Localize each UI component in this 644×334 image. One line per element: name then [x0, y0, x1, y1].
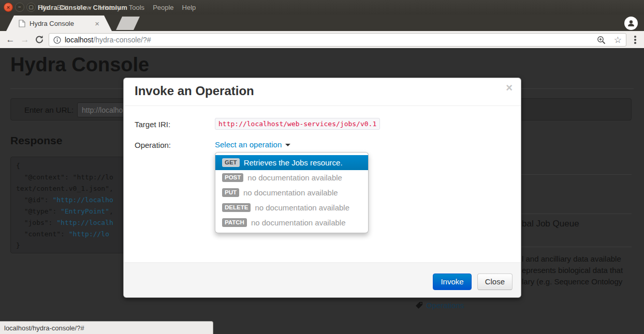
url-entry-label: Enter an URL: [24, 105, 74, 114]
response-json-text: "@id": [16, 196, 52, 204]
url-host: localhost [65, 36, 93, 44]
response-json-text: } [16, 241, 20, 249]
response-json-text: "@type": [16, 207, 61, 215]
response-json-text: "content": [16, 230, 69, 238]
back-button[interactable]: ← [3, 35, 18, 45]
operation-select-toggle[interactable]: Select an operation [215, 140, 290, 149]
method-badge-post: POST [222, 173, 243, 183]
url-path: /hydra-console/?# [93, 36, 151, 44]
operation-doc-text: no documentation available [243, 188, 338, 197]
response-iri-link[interactable]: "http://lo [69, 230, 109, 238]
reload-button[interactable] [32, 35, 47, 44]
doc-description-line: epresents biological data that [522, 265, 623, 276]
status-bar-url: localhost/hydra-console/?# [4, 324, 84, 332]
window-maximize-button[interactable]: ▢ [26, 3, 36, 12]
close-button[interactable]: Close [477, 274, 513, 290]
zoom-icon[interactable] [597, 36, 606, 44]
operation-label: Operation: [135, 141, 171, 149]
response-iri-link[interactable]: "http://localho [52, 196, 113, 204]
browser-window: × − ▢ FileEditViewHistoryToolsPeopleHelp… [0, 0, 644, 334]
response-json-text: "@context": "http://lo [16, 173, 113, 181]
operations-link-label: Operations [426, 301, 464, 310]
status-bar: localhost/hydra-console/?# [0, 321, 213, 334]
response-iri-link[interactable]: "http://localh [56, 219, 113, 226]
tab-title: Hydra Console [30, 20, 74, 27]
method-badge-get: GET [222, 158, 240, 168]
modal-title: Invoke an Operation [135, 84, 254, 98]
modal-body: Target IRI: http://localhost/web-service… [124, 106, 521, 263]
operations-link[interactable]: Operations [415, 301, 464, 310]
response-json-text: { [16, 162, 20, 170]
response-json-text: text/content.v0_1.json", [16, 185, 113, 192]
invoke-operation-modal: Invoke an Operation × Target IRI: http:/… [123, 78, 521, 298]
modal-header: Invoke an Operation × [124, 78, 521, 106]
doc-description: l and ancilliary data availableepresents… [522, 253, 623, 287]
operation-dropdown-menu: GETRetrieves the Jobs resource.POSTno do… [215, 152, 369, 233]
person-icon [627, 19, 635, 27]
operation-option-patch[interactable]: PATCHno documentation available [215, 215, 368, 230]
operation-doc-text: no documentation available [255, 203, 349, 212]
target-iri-label: Target IRI: [135, 120, 170, 129]
tag-icon [415, 301, 423, 309]
window-close-button[interactable]: × [4, 3, 13, 12]
method-badge-put: PUT [222, 188, 239, 198]
menu-people[interactable]: People [153, 4, 173, 11]
operation-select-label: Select an operation [215, 140, 282, 149]
operation-option-post[interactable]: POSTno documentation available [215, 170, 368, 185]
doc-description-line: lary (e.g. Sequence Ontology [522, 276, 623, 287]
browser-toolbar: ← → localhost/hydra-console/?# ☆ [0, 31, 644, 49]
invoke-button[interactable]: Invoke [433, 274, 471, 290]
response-heading: Response [10, 134, 62, 147]
menu-help[interactable]: Help [182, 4, 196, 11]
page-favicon-icon [19, 20, 25, 27]
operation-doc-text: no documentation available [247, 173, 342, 182]
operation-option-delete[interactable]: DELETEno documentation available [215, 200, 368, 215]
page-title: Hydra Console [10, 54, 149, 76]
doc-entry-title: bal Job Queue [522, 219, 579, 229]
address-bar[interactable]: localhost/hydra-console/?# ☆ [49, 33, 626, 47]
response-iri-link[interactable]: "EntryPoint" [61, 207, 109, 215]
new-tab-button[interactable] [116, 17, 140, 30]
response-json-text: , [109, 207, 113, 215]
operation-doc-text: Retrieves the Jobs resource. [244, 158, 343, 167]
caret-down-icon [285, 144, 290, 146]
doc-description-line: l and ancilliary data available [522, 253, 623, 265]
window-minimize-button[interactable]: − [15, 3, 24, 12]
menu-tools[interactable]: Tools [129, 4, 144, 11]
modal-footer: Invoke Close [124, 263, 521, 297]
page-info-icon[interactable] [53, 36, 61, 44]
operation-option-put[interactable]: PUTno documentation available [215, 185, 368, 200]
bookmark-star-icon[interactable]: ☆ [614, 36, 622, 44]
window-title: Hydra Console - Chromium [38, 0, 127, 14]
titlebar: × − ▢ FileEditViewHistoryToolsPeopleHelp… [0, 0, 644, 14]
operation-option-get[interactable]: GETRetrieves the Jobs resource. [215, 155, 368, 170]
method-badge-delete: DELETE [222, 203, 251, 212]
response-json-text: "jobs": [16, 219, 56, 226]
browser-menu-icon[interactable] [631, 35, 639, 45]
operation-doc-text: no documentation available [251, 218, 346, 227]
method-badge-patch: PATCH [222, 218, 247, 227]
tab-hydra-console[interactable]: Hydra Console × [6, 16, 112, 31]
profile-avatar-icon[interactable] [624, 17, 638, 30]
forward-button[interactable]: → [18, 35, 32, 45]
target-iri-value: http://localhost/web-services/jobs/v0.1 [215, 118, 380, 130]
tab-close-icon[interactable]: × [95, 20, 99, 27]
tab-strip: Hydra Console × [0, 14, 644, 31]
modal-close-icon[interactable]: × [506, 82, 513, 94]
